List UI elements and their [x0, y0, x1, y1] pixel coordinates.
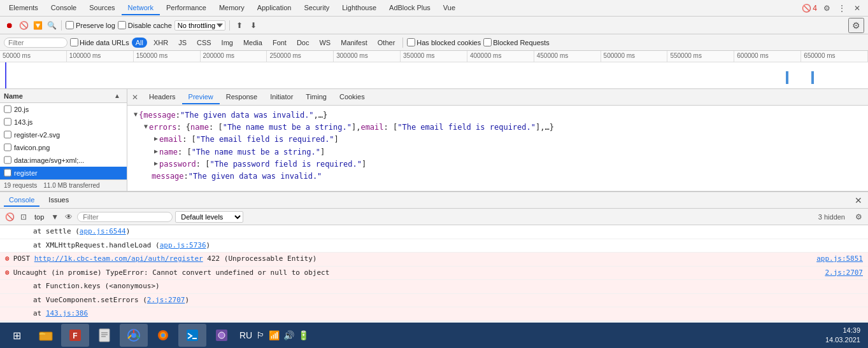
timeline-bar-2: [811, 71, 814, 84]
console-filter-input[interactable]: [77, 212, 173, 222]
taskbar-notepad-btn[interactable]: [90, 324, 118, 331]
record-button[interactable]: ⏺: [4, 20, 15, 31]
json-arrow-name[interactable]: ▶: [154, 146, 158, 157]
console-settings-icon[interactable]: ⚙: [853, 211, 864, 223]
filter-all-btn[interactable]: All: [132, 38, 147, 48]
console-close-btn[interactable]: ✕: [853, 195, 864, 206]
request-list-items[interactable]: 20.js 143.js register-v2.svg favicon.png…: [0, 103, 127, 179]
console-tab-issues[interactable]: Issues: [43, 194, 74, 207]
taskbar-explorer-btn[interactable]: [32, 324, 60, 331]
filter-font-btn[interactable]: Font: [269, 38, 290, 48]
close-devtools-icon[interactable]: ✕: [851, 3, 863, 14]
console-context-arrow[interactable]: ▼: [49, 211, 60, 223]
filter-manifest-btn[interactable]: Manifest: [337, 38, 371, 48]
filter-css-btn[interactable]: CSS: [193, 38, 215, 48]
export-icon[interactable]: ⬇: [248, 20, 259, 31]
throttle-select[interactable]: No throttling: [174, 20, 225, 31]
preview-tab-initiator[interactable]: Initiator: [264, 90, 299, 104]
filter-xhr-btn[interactable]: XHR: [150, 38, 172, 48]
preview-tab-preview[interactable]: Preview: [182, 90, 220, 104]
tab-console[interactable]: Console: [45, 1, 83, 15]
search-button[interactable]: 🔍: [46, 20, 57, 31]
blocked-requests-checkbox[interactable]: [483, 38, 492, 46]
console-area: Console Issues ✕ 🚫 ⊡ top ▼ 👁 Default lev…: [0, 191, 868, 331]
link-2js-2707[interactable]: 2.js:2707: [825, 268, 863, 279]
link-appjs-handleload[interactable]: app.js:5736: [160, 241, 206, 249]
link-appjs-settle[interactable]: app.js:6544: [80, 227, 126, 235]
tab-elements[interactable]: Elements: [3, 1, 45, 15]
request-item-registersvg[interactable]: register-v2.svg: [0, 129, 127, 141]
filter-other-btn[interactable]: Other: [374, 38, 399, 48]
json-arrow-email[interactable]: ▶: [154, 134, 158, 144]
request-item-favicon[interactable]: favicon.png: [0, 141, 127, 154]
request-item-143js[interactable]: 143.js: [0, 116, 127, 129]
app8-icon: [215, 328, 229, 331]
tab-sources[interactable]: Sources: [83, 1, 121, 15]
blocked-requests-label[interactable]: Blocked Requests: [483, 38, 550, 46]
taskbar-chrome-btn[interactable]: [120, 324, 148, 331]
tab-network[interactable]: Network: [122, 1, 160, 15]
json-arrow-password[interactable]: ▶: [154, 158, 158, 169]
filter-js-btn[interactable]: JS: [174, 38, 190, 48]
request-checkbox-datasvg[interactable]: [4, 156, 11, 164]
filter-doc-btn[interactable]: Doc: [293, 38, 313, 48]
preview-tab-timing[interactable]: Timing: [299, 90, 333, 104]
console-tab-console[interactable]: Console: [4, 194, 39, 207]
request-checkbox-favicon[interactable]: [4, 143, 11, 151]
taskbar-filezilla-btn[interactable]: F: [61, 324, 89, 331]
levels-select[interactable]: Default levels: [175, 211, 243, 223]
link-register-url[interactable]: http://1k.cbc-team.com/api/auth/register: [34, 254, 203, 263]
console-line-xmlhttp: at XMLHttpRequest.handleLoad (app.js:573…: [0, 239, 868, 253]
preserve-log-label[interactable]: Preserve log: [66, 21, 115, 29]
tab-security[interactable]: Security: [297, 1, 336, 15]
filter-input[interactable]: [4, 38, 68, 48]
disable-cache-checkbox[interactable]: [118, 21, 126, 29]
taskbar-start-btn[interactable]: ⊞: [3, 324, 31, 331]
preview-tab-cookies[interactable]: Cookies: [333, 90, 371, 104]
request-item-register[interactable]: register: [0, 167, 127, 179]
console-top-btn[interactable]: ⊡: [18, 211, 29, 223]
tab-vue[interactable]: Vue: [437, 1, 462, 15]
import-icon[interactable]: ⬆: [234, 20, 245, 31]
tick-11: 600000 ms: [734, 51, 801, 62]
more-icon[interactable]: ⋮: [836, 3, 848, 14]
preview-tab-headers[interactable]: Headers: [143, 90, 182, 104]
preview-tab-response[interactable]: Response: [220, 90, 264, 104]
tab-memory[interactable]: Memory: [213, 1, 251, 15]
clear-button[interactable]: 🚫: [18, 20, 29, 31]
request-item-datasvg[interactable]: data:image/svg+xml;...: [0, 154, 127, 167]
request-checkbox-register[interactable]: [4, 169, 11, 177]
tab-application[interactable]: Application: [251, 1, 298, 15]
link-2js-vueset[interactable]: 2.js:2707: [147, 296, 185, 304]
taskbar-app8-btn[interactable]: [208, 324, 236, 331]
tab-performance[interactable]: Performance: [160, 1, 213, 15]
taskbar-vscode-btn[interactable]: [178, 324, 206, 331]
console-clear-btn[interactable]: 🚫: [4, 211, 15, 223]
json-arrow-root[interactable]: ▼: [134, 109, 138, 120]
console-eye-btn[interactable]: 👁: [63, 211, 75, 223]
taskbar-firefox-btn[interactable]: [149, 324, 177, 331]
link-143js-386[interactable]: 143.js:386: [46, 309, 88, 317]
filter-media-btn[interactable]: Media: [239, 38, 266, 48]
link-appjs-5851[interactable]: app.js:5851: [816, 254, 863, 265]
filter-toggle-button[interactable]: 🔽: [32, 20, 43, 31]
request-checkbox-20js[interactable]: [4, 105, 11, 113]
hide-data-urls-label[interactable]: Hide data URLs: [70, 38, 129, 46]
request-checkbox-registersvg[interactable]: [4, 130, 11, 139]
request-item-20js[interactable]: 20.js: [0, 103, 127, 116]
scroll-up-btn[interactable]: ▲: [111, 90, 123, 102]
tab-lighthouse[interactable]: Lighthouse: [336, 1, 383, 15]
disable-cache-label[interactable]: Disable cache: [118, 21, 172, 29]
network-settings-icon[interactable]: ⚙: [848, 18, 864, 33]
request-checkbox-143js[interactable]: [4, 118, 11, 126]
has-blocked-label[interactable]: Has blocked cookies: [407, 38, 481, 46]
has-blocked-checkbox[interactable]: [407, 38, 415, 46]
preserve-log-checkbox[interactable]: [66, 21, 74, 29]
json-arrow-errors[interactable]: ▼: [144, 122, 148, 132]
filter-img-btn[interactable]: Img: [218, 38, 237, 48]
hide-data-urls-checkbox[interactable]: [70, 38, 78, 46]
filter-ws-btn[interactable]: WS: [315, 38, 334, 48]
preview-close-btn[interactable]: ✕: [130, 92, 140, 102]
tab-adblock[interactable]: AdBlock Plus: [383, 1, 437, 15]
settings-icon[interactable]: ⚙: [821, 3, 832, 14]
